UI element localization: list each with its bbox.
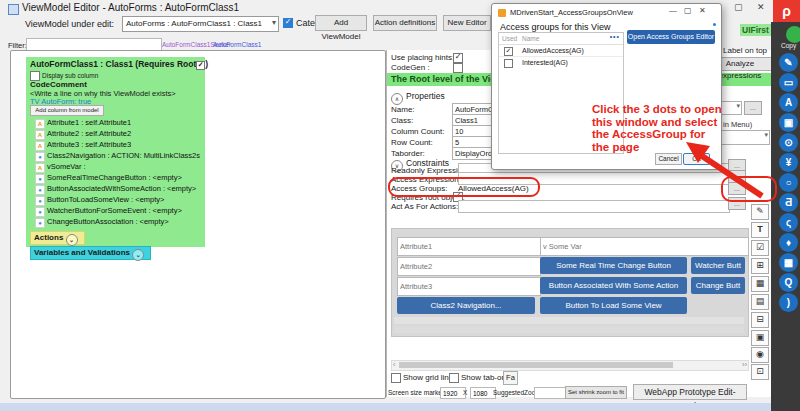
categ-checkbox[interactable] — [283, 18, 293, 28]
dialog-maximize-button[interactable]: ▢ — [684, 6, 692, 15]
checkbox-tool-icon[interactable]: ☑ — [751, 240, 769, 256]
tree-item[interactable]: ●Class2Navigation : ACTION: MultiLinkCla… — [35, 151, 200, 162]
designer-button-realtime[interactable]: Some Real Time Change Button — [540, 257, 687, 274]
text-annotation-icon[interactable]: A — [779, 93, 798, 112]
designer-button-watcher[interactable]: Watcher Butt — [691, 257, 745, 274]
tree-item[interactable]: AAttribute1 : self.Attribute1 — [35, 118, 131, 129]
rectangle-icon[interactable]: ▭ — [779, 73, 798, 92]
scrollbar-thumb[interactable] — [399, 362, 673, 368]
tree-item[interactable]: AAttribute2 : self.Attribute2 — [35, 129, 131, 140]
chevron-down-icon[interactable]: ⌄ — [66, 234, 78, 246]
viewmodel-dropdown[interactable]: AutoForms : AutoFormClass1 : Class1 ▾ — [122, 16, 279, 32]
designer-field-attribute1[interactable] — [397, 237, 541, 256]
chevron-up-icon[interactable]: ∧ — [391, 93, 403, 105]
attribute-icon: A — [35, 119, 45, 129]
designer-field-attribute3[interactable] — [397, 277, 541, 296]
chevron-down-icon: ▾ — [736, 102, 740, 110]
filter-link-class[interactable]: AutoFormClass1 — [213, 41, 261, 48]
designer-field-attribute2[interactable] — [397, 257, 541, 276]
actions-badge[interactable]: Actions ⌄ — [30, 231, 85, 245]
webapp-prototype-button[interactable]: WebApp Prototype Edit-Mode — [633, 384, 747, 400]
image-frame-icon[interactable]: ▣ — [779, 113, 798, 132]
text-tool-icon[interactable]: T — [751, 222, 769, 238]
record-icon[interactable] — [786, 26, 800, 43]
chevron-down-icon[interactable]: ⌄ — [132, 249, 144, 261]
image-tool-icon[interactable]: ▤ — [751, 294, 769, 310]
tree-item[interactable]: ●ButtonAssociatedWithSomeAction : <empty… — [35, 184, 196, 195]
designer-button-associated[interactable]: Button Associated With Some Action — [540, 277, 687, 294]
frame-tool-icon[interactable]: ▣ — [751, 330, 769, 346]
printer-tool-icon[interactable]: ⊡ — [751, 364, 769, 380]
image-icon[interactable]: ▦ — [779, 253, 798, 272]
tree-item[interactable]: AvSomeVar : — [35, 162, 86, 173]
tree-item-label: ButtonAssociatedWithSomeAction : <empty> — [47, 184, 196, 193]
access-group-row[interactable]: Interested(AG) — [499, 58, 623, 67]
access-group-checkbox[interactable] — [504, 47, 513, 56]
designer-button-class2nav[interactable]: Class2 Navigation... — [397, 297, 535, 314]
show-grid-lines-checkbox[interactable] — [391, 373, 401, 383]
action-definitions-button[interactable]: Action definitions — [373, 15, 437, 31]
window-maximize-button[interactable]: ▢ — [734, 2, 743, 12]
show-tab-order-checkbox[interactable] — [449, 373, 459, 383]
tree-item[interactable]: ●SomeRealTimeChangeButton : <empty> — [35, 173, 182, 184]
pen-icon[interactable]: ✎ — [779, 53, 798, 72]
access-group-row[interactable]: AllowedAccess(AG) — [499, 46, 623, 55]
list-menu-dots-icon[interactable]: ••• — [610, 33, 620, 40]
add-form-tool-icon[interactable]: ⊞ — [751, 258, 769, 274]
designer-field-somevar[interactable] — [540, 237, 749, 256]
squiggle-icon[interactable]: ς — [779, 213, 798, 232]
actions-badge-label: Actions — [34, 233, 63, 242]
partial-ellipsis-button[interactable]: ... — [744, 101, 762, 115]
add-column-from-model-button[interactable]: Add column from model — [30, 105, 104, 116]
ellipse-icon[interactable]: ○ — [779, 173, 798, 192]
variables-validations-label: Variables and Validations — [34, 248, 130, 257]
access-group-checkbox[interactable] — [504, 59, 513, 68]
curve-bracket-icon[interactable]: ) — [779, 293, 798, 312]
window-close-button[interactable]: ✕ — [757, 2, 765, 12]
new-editor-button[interactable]: New Editor — [443, 15, 491, 31]
open-access-groups-editor-button[interactable]: Open Access Groups Editor — [627, 30, 715, 44]
designer-empty-row — [394, 326, 744, 333]
action-icon: ● — [35, 152, 45, 162]
search-icon[interactable]: Q — [779, 273, 798, 292]
taborder-input[interactable]: DisplayOrde — [452, 147, 493, 160]
blur-drop-icon[interactable]: ♦ — [779, 233, 798, 252]
pill-tool-icon[interactable]: ⊟ — [751, 312, 769, 328]
horizontal-scrollbar[interactable]: ‹ › — [391, 360, 749, 371]
add-viewmodel-button[interactable]: Add ViewModel — [315, 15, 367, 31]
attribute-icon: A — [35, 163, 45, 173]
tree-item-label: SomeRealTimeChangeButton : <empty> — [47, 173, 182, 182]
class-value: Class1 — [455, 116, 478, 125]
designer-button-loadview[interactable]: Button To Load Some View — [540, 297, 687, 314]
fa-button[interactable]: Fa — [503, 371, 518, 385]
action-icon: ● — [35, 185, 45, 195]
variables-validations-badge[interactable]: Variables and Validations ⌄ — [30, 246, 151, 260]
power-icon[interactable]: ⊙ — [779, 133, 798, 152]
dialog-minimize-button[interactable]: — — [669, 6, 677, 15]
designer-button-change[interactable]: Change Butt — [691, 277, 745, 294]
lasso-icon[interactable]: Ƌ — [779, 193, 798, 212]
requires-root-checkbox[interactable] — [196, 61, 205, 70]
dialog-close-button[interactable]: ✕ — [699, 6, 706, 15]
currency-icon[interactable]: ¥ — [779, 153, 798, 172]
scroll-left-icon[interactable]: ‹ — [393, 361, 395, 368]
calendar-tool-icon[interactable]: ▦ — [751, 276, 769, 292]
suggested-zoom-input[interactable] — [534, 387, 568, 399]
list-header-divider — [499, 44, 623, 45]
annotation-line: this window and select — [592, 116, 722, 129]
scroll-right-icon[interactable]: › — [745, 361, 747, 368]
codegen-checkbox[interactable] — [453, 63, 463, 73]
tree-item[interactable]: ●ChangeButtonAssociation : <empty> — [35, 217, 169, 228]
tree-item[interactable]: ●WatcherButtonForSomeEvent : <empty> — [35, 206, 182, 217]
tree-item[interactable]: AAttribute3 : self.Attribute3 — [35, 140, 131, 151]
tree-item[interactable]: ●ButtonToLoadSomeView : <empty> — [35, 195, 164, 206]
set-shrink-zoom-button[interactable]: Set shrink zoom to fit — [565, 386, 627, 399]
capture-app-logo[interactable]: ρ — [773, 0, 800, 22]
tree-item-label: Attribute2 : self.Attribute2 — [47, 129, 131, 138]
name-label: Name: — [391, 105, 415, 114]
use-placing-hints-checkbox[interactable] — [453, 53, 463, 63]
strip-more-arrow-icon[interactable]: › — [742, 360, 745, 369]
dialog-hint-dot — [713, 23, 716, 26]
camera-tool-icon[interactable]: ◉ — [751, 347, 769, 363]
properties-section-header[interactable]: ∧Properties — [391, 91, 445, 105]
